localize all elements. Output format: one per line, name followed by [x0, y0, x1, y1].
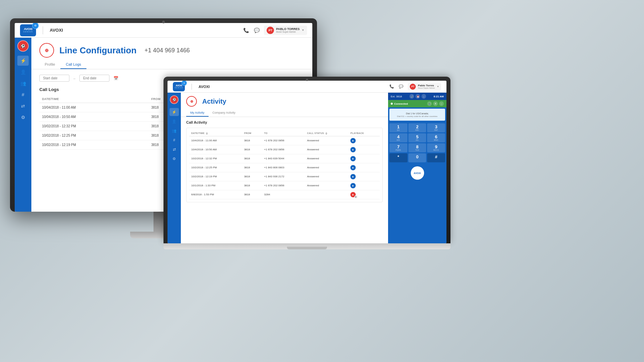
laptop-page-title-row: ⊕ Activity: [186, 96, 383, 107]
laptop-user-role: Avoxi Super Admin: [418, 87, 435, 89]
laptop-phone-icon[interactable]: 📞: [389, 84, 394, 89]
laptop-cell-from: 3818: [242, 154, 262, 163]
dial-key-5[interactable]: 5 JKL: [408, 133, 426, 142]
laptop-cell-to: +1 843 639 5044: [262, 154, 305, 163]
monitor-app-header: AVOXI GENIUS G AVOXI 📞 💬: [15, 23, 312, 38]
laptop-cell-datetime: 10/2/2018 - 12:19 PM: [189, 172, 242, 181]
laptop-sidebar-users[interactable]: 👥: [170, 127, 179, 135]
laptop-page-title: Activity: [202, 98, 226, 105]
laptop-tab-companyactivity[interactable]: Company Activity: [209, 109, 240, 117]
monitor-logo-sub: GENIUS: [23, 31, 33, 33]
sidebar-item-routes[interactable]: ⇄: [17, 101, 29, 111]
laptop-cell-to: +1 843 806 0803: [262, 163, 305, 172]
laptop: AVOXI GENIUS G AVOXI 📞 💬: [164, 77, 450, 270]
play-button[interactable]: ▶: [350, 138, 356, 143]
dial-key-7[interactable]: 7 PQRS: [389, 143, 407, 152]
phone-more-icon[interactable]: ⋮: [421, 94, 426, 99]
sidebar-item-hash[interactable]: #: [17, 90, 29, 100]
dial-key-3[interactable]: 3 DEF: [427, 123, 445, 132]
laptop-sidebar-bolt[interactable]: ⚡: [170, 108, 179, 116]
laptop-cell-status: [305, 190, 348, 199]
monitor-user-info[interactable]: PT PABLO TORRES Avoxi Super Admin ▼: [264, 26, 307, 35]
monitor-page-phone: +1 404 969 1466: [144, 47, 190, 54]
play-button[interactable]: ▶: [350, 156, 356, 161]
laptop-th-to: TO: [262, 131, 305, 136]
phone-time: 8:21 AM: [434, 95, 444, 98]
laptop-cell-from: 3818: [242, 145, 262, 154]
laptop-cell-from: 3818: [242, 181, 262, 190]
phone-panel: Ext. 3818 🔊 ⏰ ⋮ 8:21 AM Connected: [388, 93, 446, 243]
phone-icon[interactable]: 📞: [243, 27, 249, 34]
monitor-tabs: Profile Call Logs: [39, 60, 304, 69]
phone-status-bar: Connected 🔊 ⏸ ⋮: [388, 100, 446, 107]
laptop-cell-from: 3818: [242, 190, 262, 199]
dial-key-9[interactable]: 9 WXYZ: [427, 143, 445, 152]
sort-datetime-icon: [206, 132, 208, 135]
laptop-sidebar-settings[interactable]: ⚙: [170, 155, 179, 163]
laptop-cell-datetime: 10/2/2018 - 12:32 PM: [189, 154, 242, 163]
laptop-cell-playback: ▶: [348, 145, 380, 154]
laptop-sidebar-user[interactable]: 👤: [170, 117, 179, 125]
laptop-cell-to: +1 678 202 0856: [262, 181, 305, 190]
laptop-th-callstatus: CALL STATUS: [305, 131, 348, 136]
play-button[interactable]: ▶: [350, 183, 356, 188]
monitor-logo-box: AVOXI GENIUS G: [20, 24, 36, 36]
laptop-header-divider: [192, 84, 192, 90]
laptop-table-row: 10/2/2018 - 12:25 PM 3818 +1 843 806 080…: [189, 163, 380, 172]
monitor-cell-datetime: 10/02/2018 - 12:32 PM: [39, 122, 148, 131]
phone-action-2[interactable]: ⏸: [433, 101, 438, 106]
sidebar-item-user[interactable]: 👤: [17, 67, 29, 77]
laptop-chat-icon[interactable]: 💬: [398, 84, 404, 89]
dial-key-1[interactable]: 1 QO: [389, 123, 407, 132]
monitor-cell-datetime: 10/04/2018 - 10:50 AM: [39, 112, 148, 122]
dial-key-2[interactable]: 2 ABC: [408, 123, 426, 132]
phone-status-text: Connected: [394, 102, 426, 105]
avoxi-badge: AVOXI: [411, 166, 424, 180]
phone-display: Dial 1 for US/Canada; Dial 011 + country…: [389, 109, 445, 121]
laptop-cell-from: 3818: [242, 136, 262, 145]
laptop-logo-icon: G: [182, 81, 187, 86]
laptop-user-info[interactable]: PT Pablo Torres Avoxi Super Admin ▼: [408, 83, 441, 90]
sidebar-item-bolt[interactable]: ⚡: [17, 56, 29, 66]
phone-action-1[interactable]: 🔊: [427, 101, 432, 106]
sidebar-item-settings[interactable]: ⚙: [17, 112, 29, 122]
play-button[interactable]: ▶: [350, 165, 356, 170]
laptop-sidebar-routes[interactable]: ⇄: [170, 145, 179, 153]
phone-mic-icon[interactable]: ⏰: [415, 94, 420, 99]
laptop-tab-myactivity[interactable]: My Activity: [186, 109, 209, 117]
dial-key-8[interactable]: 8 TUV: [408, 143, 426, 152]
chat-icon[interactable]: 💬: [253, 27, 260, 34]
laptop-cell-status: Answered: [305, 163, 348, 172]
monitor-th-datetime: DATE/TIME: [39, 95, 148, 103]
dial-key-#[interactable]: #: [427, 153, 445, 162]
monitor-tab-profile[interactable]: Profile: [39, 60, 60, 69]
laptop-app-body: ⚽ ⚡ 👤 👥 # ⇄ ⚙ ⊕: [168, 93, 446, 243]
laptop-cell-to: +1 843 936 2172: [262, 172, 305, 181]
play-button[interactable]: ▶: [350, 174, 356, 179]
laptop-user-name: Pablo Torres: [418, 84, 435, 87]
dial-key-4[interactable]: 4 GHI: [389, 133, 407, 142]
laptop-app-header: AVOXI GENIUS G AVOXI 📞 💬: [168, 81, 446, 93]
dial-key-0[interactable]: 0: [408, 153, 426, 162]
laptop-page-title-area: ⊕ Activity My Activity Company Activity: [181, 93, 388, 117]
multi-play-button[interactable]: ▶ ▶: [350, 192, 356, 197]
monitor-start-date[interactable]: [39, 75, 69, 82]
monitor-calendar-icon[interactable]: 📅: [113, 76, 118, 81]
laptop-logo: AVOXI GENIUS G AVOXI: [173, 82, 210, 91]
dial-key-*[interactable]: *: [389, 153, 407, 162]
monitor-logo-text: AVOXI: [24, 28, 32, 31]
monitor-header-icons: 📞 💬 PT PABLO TORRES Avoxi Super Admin ▼: [243, 26, 307, 35]
phone-vol-icon[interactable]: 🔊: [409, 94, 414, 99]
play-button[interactable]: ▶: [350, 147, 356, 152]
dial-key-6[interactable]: 6 MNO: [427, 133, 445, 142]
sidebar-item-users[interactable]: 👥: [17, 78, 29, 88]
monitor-tab-calllogs[interactable]: Call Logs: [60, 60, 86, 69]
phone-action-3[interactable]: ⋮: [439, 101, 444, 106]
laptop-app-name: AVOXI: [199, 85, 210, 89]
monitor-end-date[interactable]: [79, 75, 109, 82]
laptop-sidebar-hash[interactable]: #: [170, 136, 179, 144]
laptop-table-row: 10/4/2018 - 10:50 AM 3818 +1 678 202 085…: [189, 145, 380, 154]
phone-display-line1: Dial 1 for US/Canada;: [397, 112, 437, 115]
monitor-header-divider: [43, 26, 43, 34]
monitor-line-icon: ⊕: [39, 43, 54, 58]
